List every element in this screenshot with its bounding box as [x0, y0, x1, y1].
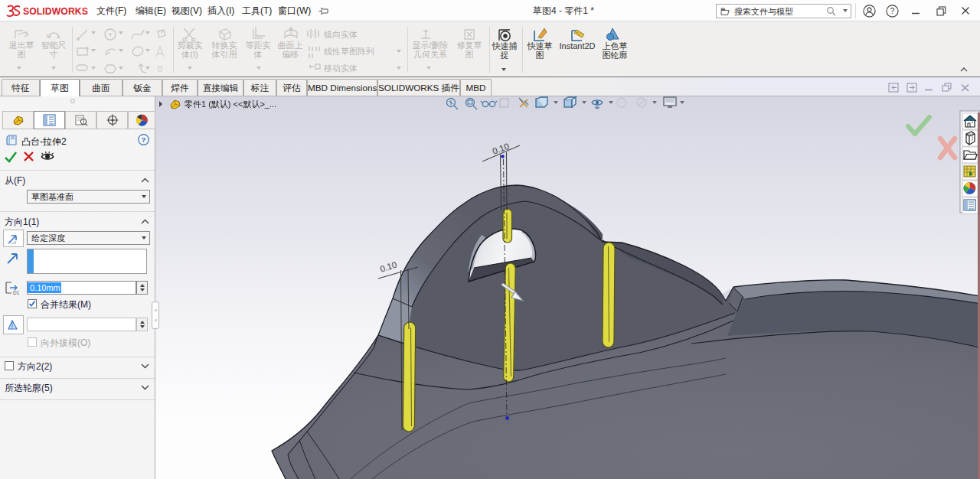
svg-text:?: ?: [142, 135, 146, 144]
svg-text:D1: D1: [13, 290, 20, 295]
svg-text:SOLIDWORKS: SOLIDWORKS: [23, 6, 88, 17]
svg-text:零件1 (默认) <<默认>_...: 零件1 (默认) <<默认>_...: [185, 99, 276, 109]
svg-text:?: ?: [890, 6, 894, 15]
